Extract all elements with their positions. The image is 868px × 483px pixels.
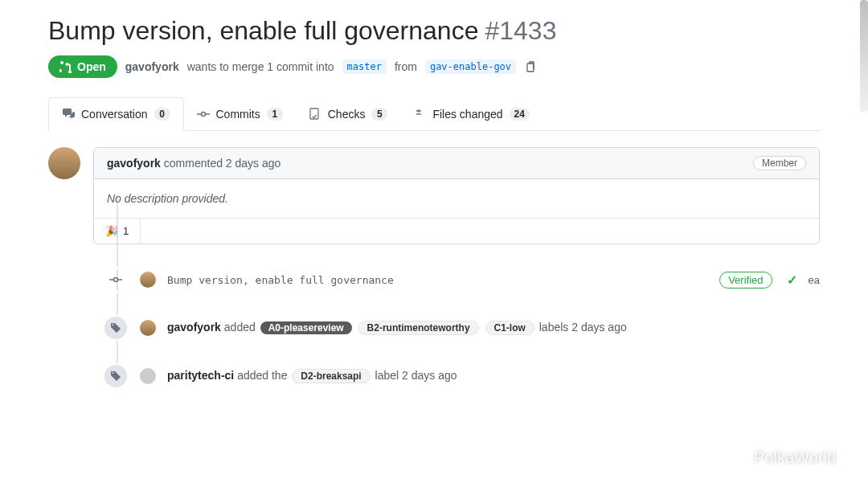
commit-message[interactable]: Bump version, enable full governance xyxy=(167,274,394,286)
comment-reactions: 🎉 1 xyxy=(94,218,819,244)
scrollbar[interactable] xyxy=(860,0,868,113)
file-diff-icon xyxy=(413,108,426,121)
verified-badge[interactable]: Verified xyxy=(719,272,772,289)
copy-icon[interactable] xyxy=(524,60,537,73)
svg-point-3 xyxy=(114,278,118,282)
label-pill[interactable]: C1-low xyxy=(485,321,534,335)
comment-block: gavofyork commented 2 days ago Member No… xyxy=(48,147,820,244)
event-actor[interactable]: gavofyork xyxy=(167,321,221,334)
tag-badge xyxy=(103,363,129,389)
tab-label: Files changed xyxy=(432,108,502,121)
timeline: gavofyork commented 2 days ago Member No… xyxy=(48,147,820,389)
svg-point-1 xyxy=(201,112,205,116)
pr-author-link[interactable]: gavofyork xyxy=(125,60,179,73)
merge-text-1: wants to merge 1 commit into xyxy=(187,60,334,73)
timeline-commit: Bump version, enable full governance Ver… xyxy=(103,267,820,293)
git-pull-request-icon xyxy=(59,60,72,73)
git-commit-icon xyxy=(197,108,210,121)
tab-count: 24 xyxy=(510,108,530,121)
check-icon: ✓ xyxy=(787,272,797,288)
comment-action: commented xyxy=(164,157,223,170)
comment-author[interactable]: gavofyork xyxy=(107,157,161,170)
base-branch[interactable]: master xyxy=(342,59,387,74)
avatar[interactable] xyxy=(140,272,156,288)
timeline-label-event: gavofyork added A0-pleasereview B2-runti… xyxy=(103,315,820,341)
event-suffix: labels 2 days ago xyxy=(539,321,627,334)
tab-conversation[interactable]: Conversation 0 xyxy=(48,97,184,131)
comment-time[interactable]: 2 days ago xyxy=(226,157,281,170)
merge-text-2: from xyxy=(395,60,417,73)
tag-badge xyxy=(103,315,129,341)
tab-label: Commits xyxy=(216,108,260,121)
tab-files-changed[interactable]: Files changed 24 xyxy=(400,97,542,130)
avatar[interactable] xyxy=(140,368,156,384)
pr-meta: Open gavofyork wants to merge 1 commit i… xyxy=(48,55,820,78)
avatar[interactable] xyxy=(48,147,80,179)
avatar[interactable] xyxy=(140,320,156,336)
pr-tabs: Conversation 0 Commits 1 Checks 5 Files … xyxy=(48,97,820,131)
state-badge-open: Open xyxy=(48,55,117,78)
event-actor[interactable]: paritytech-ci xyxy=(167,369,234,382)
label-event-text: paritytech-ci added the D2-breaksapi lab… xyxy=(167,369,457,383)
git-commit-icon xyxy=(109,273,122,286)
pr-title: Bump version, enable full governance #14… xyxy=(48,16,820,46)
comment-body: No description provided. xyxy=(94,179,819,218)
comment-meta: gavofyork commented 2 days ago xyxy=(107,157,280,170)
comment-header: gavofyork commented 2 days ago Member xyxy=(94,148,819,179)
commit-sha-fragment[interactable]: ea xyxy=(809,274,820,286)
tab-checks[interactable]: Checks 5 xyxy=(296,97,401,130)
tab-count: 5 xyxy=(371,108,387,121)
compare-branch[interactable]: gav-enable-gov xyxy=(425,59,516,74)
pr-title-text: Bump version, enable full governance xyxy=(48,16,478,46)
tab-commits[interactable]: Commits 1 xyxy=(184,97,296,130)
comment-discussion-icon xyxy=(62,108,75,121)
reaction-count: 1 xyxy=(123,225,129,237)
tab-label: Checks xyxy=(328,108,366,121)
comment-box: gavofyork commented 2 days ago Member No… xyxy=(93,147,820,244)
tada-emoji: 🎉 xyxy=(105,225,118,237)
label-pill[interactable]: D2-breaksapi xyxy=(292,369,370,383)
reaction-tada[interactable]: 🎉 1 xyxy=(94,219,141,244)
event-suffix: label 2 days ago xyxy=(375,369,457,382)
event-verb: added xyxy=(224,321,256,334)
state-label: Open xyxy=(77,60,106,73)
member-badge: Member xyxy=(753,156,806,170)
tag-icon xyxy=(109,321,122,334)
pr-number: #1433 xyxy=(485,16,556,46)
label-pill[interactable]: A0-pleasereview xyxy=(260,321,352,334)
commit-badge xyxy=(103,267,129,293)
svg-rect-0 xyxy=(527,63,534,72)
tag-icon xyxy=(109,370,122,383)
checklist-icon xyxy=(309,108,321,121)
tab-label: Conversation xyxy=(81,108,148,121)
label-pill[interactable]: B2-runtimenoteworthy xyxy=(358,321,479,335)
timeline-label-event: paritytech-ci added the D2-breaksapi lab… xyxy=(103,363,820,389)
tab-count: 0 xyxy=(154,108,170,121)
tab-count: 1 xyxy=(267,108,283,121)
label-event-text: gavofyork added A0-pleasereview B2-runti… xyxy=(167,321,627,335)
event-verb: added the xyxy=(237,369,287,382)
